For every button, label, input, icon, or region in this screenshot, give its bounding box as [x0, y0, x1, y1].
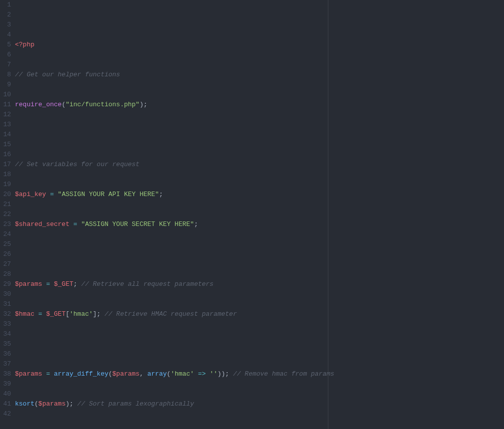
- code-line[interactable]: <?php: [15, 40, 504, 50]
- line-number: 10: [0, 90, 11, 100]
- line-number: 28: [0, 269, 11, 279]
- code-area[interactable]: <?php // Get our helper functions requir…: [15, 0, 504, 429]
- line-number: 20: [0, 190, 11, 200]
- line-number: 14: [0, 130, 11, 140]
- line-number: 4: [0, 30, 11, 40]
- line-number: 42: [0, 409, 11, 419]
- line-number: 34: [0, 329, 11, 339]
- line-number: 39: [0, 379, 11, 389]
- line-number: 9: [0, 80, 11, 90]
- line-number: 24: [0, 229, 11, 239]
- line-number: 3: [0, 20, 11, 30]
- line-number: 23: [0, 219, 11, 229]
- line-number: 13: [0, 120, 11, 130]
- code-line[interactable]: require_once("inc/functions.php");: [15, 100, 504, 110]
- line-number: 25: [0, 239, 11, 249]
- line-number: 6: [0, 50, 11, 60]
- line-number: 12: [0, 110, 11, 120]
- line-number: 7: [0, 60, 11, 70]
- line-number: 37: [0, 359, 11, 369]
- line-number: 15: [0, 140, 11, 150]
- line-number: 38: [0, 369, 11, 379]
- line-number: 35: [0, 339, 11, 349]
- line-number: 17: [0, 160, 11, 170]
- code-line[interactable]: [15, 249, 504, 259]
- code-line[interactable]: $params = $_GET; // Retrieve all request…: [15, 279, 504, 289]
- line-number: 22: [0, 210, 11, 219]
- line-number: 36: [0, 349, 11, 359]
- code-line[interactable]: ksort($params); // Sort params lexograph…: [15, 399, 504, 409]
- line-number: 31: [0, 299, 11, 309]
- line-number: 33: [0, 319, 11, 329]
- code-line[interactable]: $hmac = $_GET['hmac']; // Retrieve HMAC …: [15, 309, 504, 319]
- code-line[interactable]: // Get our helper functions: [15, 70, 504, 80]
- line-number: 5: [0, 40, 11, 50]
- line-number: 1: [0, 0, 11, 10]
- line-number: 19: [0, 180, 11, 190]
- line-number-gutter: 1 2 3 4 5 6 7 8 9 10 11 12 13 14 15 16 1…: [0, 0, 15, 429]
- line-number: 2: [0, 10, 11, 20]
- code-line[interactable]: // Set variables for our request: [15, 160, 504, 170]
- line-number: 11: [0, 100, 11, 110]
- line-number: 8: [0, 70, 11, 80]
- line-number: 21: [0, 200, 11, 210]
- code-line[interactable]: [15, 339, 504, 349]
- line-number: 29: [0, 279, 11, 289]
- code-line[interactable]: [15, 130, 504, 140]
- line-number: 32: [0, 309, 11, 319]
- line-number: 27: [0, 259, 11, 269]
- line-number: 26: [0, 249, 11, 259]
- line-number: 41: [0, 399, 11, 409]
- line-number: 18: [0, 170, 11, 180]
- code-editor[interactable]: 1 2 3 4 5 6 7 8 9 10 11 12 13 14 15 16 1…: [0, 0, 504, 429]
- line-number: 30: [0, 289, 11, 299]
- line-number: 40: [0, 389, 11, 399]
- code-line[interactable]: $shared_secret = "ASSIGN YOUR SECRET KEY…: [15, 219, 504, 229]
- code-line[interactable]: $params = array_diff_key($params, array(…: [15, 369, 504, 379]
- column-ruler: [328, 0, 328, 429]
- code-line[interactable]: $api_key = "ASSIGN YOUR API KEY HERE";: [15, 190, 504, 200]
- line-number: 16: [0, 150, 11, 160]
